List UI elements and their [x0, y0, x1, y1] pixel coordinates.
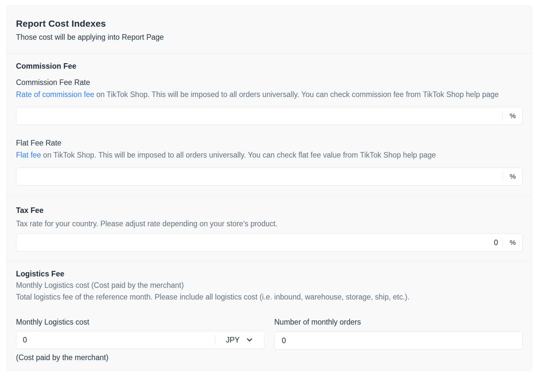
- logistics-fee-description-line2: Total logistics fee of the reference mon…: [16, 291, 523, 303]
- number-of-monthly-orders-input[interactable]: [274, 331, 523, 350]
- flat-fee-link[interactable]: Flat fee: [16, 151, 41, 159]
- tax-fee-section: Tax Fee Tax rate for your country. Pleas…: [7, 195, 532, 261]
- flat-fee-rate-description: Flat fee on TikTok Shop. This will be im…: [16, 149, 523, 161]
- commission-fee-rate-field: Commission Fee Rate Rate of commission f…: [16, 77, 523, 125]
- commission-fee-rate-input-group: %: [16, 107, 523, 125]
- report-cost-indexes-card: Report Cost Indexes Those cost will be a…: [7, 6, 532, 371]
- page-subtitle: Those cost will be applying into Report …: [16, 32, 523, 42]
- percent-unit-addon: %: [503, 234, 522, 251]
- monthly-logistics-cost-label: Monthly Logistics cost: [16, 317, 264, 327]
- monthly-logistics-cost-field: Monthly Logistics cost JPY (Cost paid by…: [16, 317, 264, 363]
- percent-unit-addon: %: [503, 168, 522, 185]
- flat-fee-rate-field: Flat Fee Rate Flat fee on TikTok Shop. T…: [16, 138, 523, 186]
- commission-fee-rate-input[interactable]: [16, 107, 503, 125]
- rate-of-commission-fee-link[interactable]: Rate of commission fee: [16, 90, 94, 99]
- card-header: Report Cost Indexes Those cost will be a…: [7, 6, 532, 53]
- currency-select[interactable]: JPY: [215, 331, 264, 349]
- logistics-fields-row: Monthly Logistics cost JPY (Cost paid by…: [16, 317, 523, 363]
- commission-fee-heading: Commission Fee: [16, 61, 523, 71]
- flat-fee-rate-description-text: on TikTok Shop. This will be imposed to …: [43, 151, 436, 159]
- monthly-logistics-cost-caption: (Cost paid by the merchant): [16, 352, 264, 363]
- monthly-logistics-cost-input[interactable]: [16, 331, 215, 349]
- number-of-monthly-orders-label: Number of monthly orders: [274, 317, 523, 327]
- tax-fee-heading: Tax Fee: [16, 205, 523, 215]
- currency-select-value: JPY: [226, 336, 239, 344]
- chevron-down-icon[interactable]: [245, 336, 254, 344]
- logistics-fee-description-line1: Monthly Logistics cost (Cost paid by the…: [16, 279, 523, 291]
- percent-unit-addon: %: [503, 107, 522, 125]
- flat-fee-rate-input[interactable]: [16, 168, 503, 185]
- logistics-fee-section: Logistics Fee Monthly Logistics cost (Co…: [7, 261, 532, 371]
- commission-fee-rate-description-text: on TikTok Shop. This will be imposed to …: [96, 90, 499, 99]
- commission-fee-section: Commission Fee Commission Fee Rate Rate …: [7, 53, 532, 195]
- monthly-logistics-cost-input-group: JPY: [16, 331, 264, 349]
- commission-fee-rate-label: Commission Fee Rate: [16, 77, 523, 87]
- logistics-fee-heading: Logistics Fee: [16, 269, 523, 279]
- tax-fee-rate-input[interactable]: [16, 234, 503, 251]
- number-of-monthly-orders-field: Number of monthly orders: [274, 317, 523, 363]
- tax-fee-description: Tax rate for your country. Please adjust…: [16, 218, 523, 230]
- commission-fee-rate-description: Rate of commission fee on TikTok Shop. T…: [16, 89, 523, 100]
- flat-fee-rate-label: Flat Fee Rate: [16, 138, 523, 148]
- flat-fee-rate-input-group: %: [16, 167, 523, 186]
- page-title: Report Cost Indexes: [16, 18, 523, 30]
- tax-fee-input-group: %: [16, 233, 523, 252]
